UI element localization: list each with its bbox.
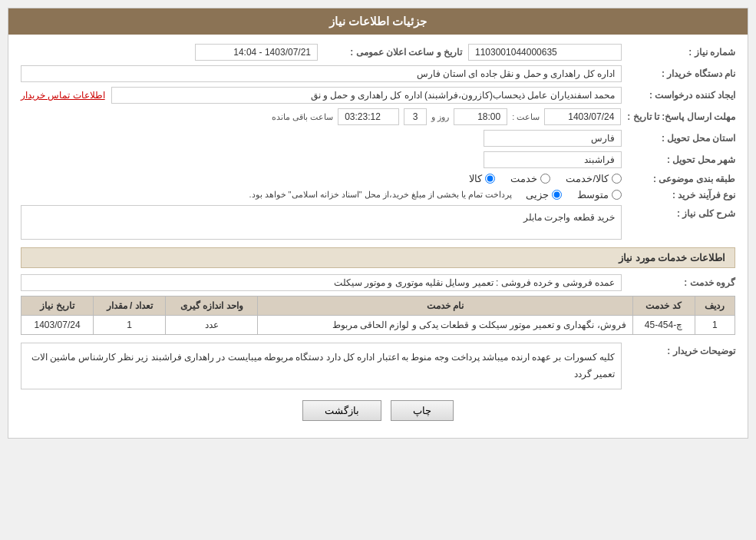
roz-value: 3	[404, 108, 427, 125]
ostan-value: فارس	[484, 130, 622, 147]
namDastgah-value: اداره کل راهداری و حمل و نقل جاده ای است…	[21, 65, 622, 82]
noefarayand-motavasset[interactable]: متوسط	[577, 189, 622, 200]
shomareNiaz-label: شماره نیاز :	[628, 47, 735, 58]
cell-radif: 1	[695, 316, 735, 335]
col-radif: ردیف	[695, 297, 735, 316]
cell-kod: چ-454-45	[632, 316, 695, 335]
noefarayand-label: نوع فرآیند خرید :	[628, 190, 735, 200]
tozihat-value: کلیه کسورات بر عهده ارنده میباشد پرداخت …	[21, 343, 622, 389]
saat-value: 18:00	[454, 108, 507, 125]
action-buttons: چاپ بازگشت	[21, 400, 735, 421]
tabaqe-kala-xedmat[interactable]: کالا/خدمت	[566, 173, 622, 184]
services-section-header: اطلاعات خدمات مورد نیاز	[21, 247, 735, 268]
ostan-label: استان محل تحویل :	[628, 133, 735, 144]
sharh-label: شرح کلی نیاز :	[628, 205, 735, 219]
col-name: نام خدمت	[258, 297, 632, 316]
tarikhAelan-label: تاریخ و ساعت اعلان عمومی :	[324, 47, 462, 58]
cell-tarikh: 1403/07/24	[21, 316, 94, 335]
groupKhedmat-value: عمده فروشی و خرده فروشی : تعمیر وسایل نق…	[21, 274, 622, 291]
saat-mande-label: ساعت باقی مانده	[272, 112, 333, 122]
tabaqe-kala[interactable]: کالا	[469, 173, 495, 184]
roz-label: روز و	[431, 112, 449, 122]
col-tedad: تعداد / مقدار	[94, 297, 166, 316]
tabaqe-radio-group: کالا/خدمت خدمت کالا	[469, 173, 622, 184]
noefarayand-radio-group: متوسط جزیی	[526, 189, 622, 200]
groupKhedmat-label: گروه خدمت :	[628, 277, 735, 288]
tozihat-label: توضیحات خریدار :	[628, 343, 735, 356]
cell-name: فروش، نگهداری و تعمیر موتور سیکلت و قطعا…	[258, 316, 632, 335]
print-button[interactable]: چاپ	[391, 400, 454, 421]
ijadKonande-value: محمد اسفندیاران عامل ذیحساب(کازرون،فراشب…	[111, 87, 622, 104]
cell-tedad: 1	[94, 316, 166, 335]
tabaqe-xedmat[interactable]: خدمت	[510, 173, 550, 184]
table-row: 1 چ-454-45 فروش، نگهداری و تعمیر موتور س…	[21, 316, 735, 335]
tarikhAelan-value: 1403/07/21 - 14:04	[195, 44, 318, 61]
col-kod: کد خدمت	[632, 297, 695, 316]
services-table: ردیف کد خدمت نام خدمت واحد اندازه گیری ت…	[21, 296, 735, 335]
col-tarikh: تاریخ نیاز	[21, 297, 94, 316]
ijadKonande-label: ایجاد کننده درخواست :	[628, 90, 735, 101]
noefarayand-note: پرداخت تمام یا بخشی از مبلغ خرید،از محل …	[249, 190, 512, 200]
tabaqe-label: طبقه بندی موضوعی :	[628, 174, 735, 184]
page-header: جزئیات اطلاعات نیاز	[8, 8, 748, 35]
mohlat-label: مهلت ارسال پاسخ: تا تاریخ :	[627, 111, 735, 122]
col-vahed: واحد اندازه گیری	[166, 297, 258, 316]
noefarayand-jozi[interactable]: جزیی	[526, 189, 562, 200]
shahr-label: شهر محل تحویل :	[628, 154, 735, 165]
cell-vahed: عدد	[166, 316, 258, 335]
shahr-value: فراشبند	[484, 151, 622, 168]
namDastgah-label: نام دستگاه خریدار :	[628, 68, 735, 79]
saat-label: ساعت :	[512, 112, 540, 122]
sharh-value: خرید قطعه واجرت مابلر	[21, 205, 622, 240]
tarikh-value: 1403/07/24	[544, 108, 621, 125]
contact-info-link[interactable]: اطلاعات تماس خریدار	[21, 90, 105, 101]
page-title: جزئیات اطلاعات نیاز	[329, 15, 427, 28]
shomareNiaz-value: 1103001044000635	[468, 44, 622, 61]
saat-mande-value: 03:23:12	[338, 108, 399, 125]
back-button[interactable]: بازگشت	[302, 400, 381, 421]
